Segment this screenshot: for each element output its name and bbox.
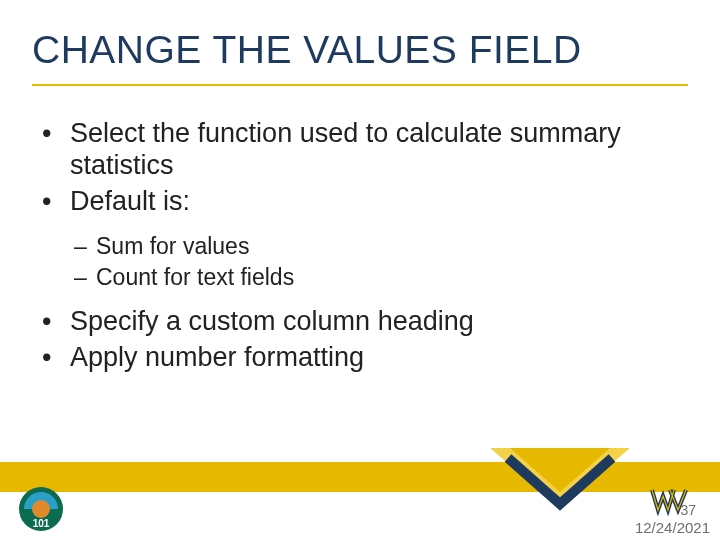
sub-bullet-list: Sum for values Count for text fields <box>34 232 680 293</box>
bullet-item: Default is: <box>34 186 680 218</box>
bullet-item: Select the function used to calculate su… <box>34 118 680 182</box>
slide-number: 37 <box>680 502 696 518</box>
svg-point-3 <box>32 500 50 518</box>
slide: CHANGE THE VALUES FIELD Select the funct… <box>0 0 720 540</box>
bullet-list: Select the function used to calculate su… <box>34 118 680 218</box>
course-logo-icon: 101 <box>18 486 64 532</box>
bullet-item: Specify a custom column heading <box>34 306 680 338</box>
accent-band <box>0 462 720 492</box>
content-area: Select the function used to calculate su… <box>34 118 680 378</box>
sub-bullet-item: Count for text fields <box>34 263 680 292</box>
sub-bullet-item: Sum for values <box>34 232 680 261</box>
svg-text:101: 101 <box>33 518 50 529</box>
title-underline <box>32 84 688 86</box>
date-stamp: 12/24/2021 <box>635 519 710 536</box>
footer-area <box>0 492 720 540</box>
bullet-item: Apply number formatting <box>34 342 680 374</box>
bullet-list: Specify a custom column heading Apply nu… <box>34 306 680 374</box>
slide-title: CHANGE THE VALUES FIELD <box>32 28 688 72</box>
